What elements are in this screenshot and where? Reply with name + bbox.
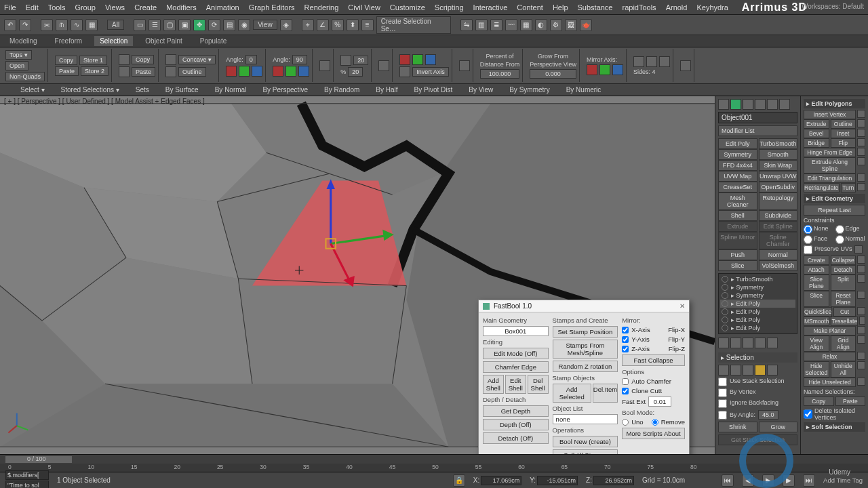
settings-icon[interactable]	[857, 336, 865, 344]
named-set-icon[interactable]: ≡	[361, 19, 374, 31]
tab-object-paint[interactable]: Object Paint	[140, 36, 187, 46]
delete-iso-check[interactable]	[804, 407, 812, 421]
select-name-icon[interactable]: ☰	[149, 19, 161, 31]
open-button[interactable]: Open	[5, 61, 28, 70]
tab-populate[interactable]: Populate	[195, 36, 232, 46]
menu-item[interactable]: Group	[75, 3, 96, 12]
visibility-icon[interactable]	[722, 325, 728, 331]
menu-item[interactable]: Arnold	[666, 3, 688, 12]
mirror-x-icon[interactable]	[587, 64, 597, 75]
by-pivot-dist-label[interactable]: By Pivot Dist	[414, 86, 453, 94]
relax-button[interactable]: Relax	[804, 352, 856, 361]
uno-radio[interactable]	[622, 419, 629, 426]
view-align-button[interactable]: View Align	[804, 336, 829, 352]
chamfer-edge-button[interactable]: Chamfer Edge	[483, 361, 549, 373]
settings-icon[interactable]	[857, 307, 865, 315]
named-selection-dropdown[interactable]: Create Selection Se…	[376, 16, 451, 34]
rotate-icon[interactable]: ⟳	[208, 19, 220, 31]
insert-vertex-button[interactable]: Insert Vertex	[804, 110, 856, 119]
settings-icon[interactable]	[857, 265, 865, 273]
visibility-icon[interactable]	[722, 284, 728, 291]
random-z-button[interactable]: Random Z rotation	[553, 361, 618, 372]
soft-selection-rollout[interactable]: ▸ Soft Selection	[804, 422, 865, 432]
layers-icon[interactable]: ≣	[490, 19, 502, 31]
bridge-button[interactable]: Bridge	[804, 138, 829, 148]
shrink-button[interactable]: Shrink	[718, 422, 757, 432]
sym-mid-icon[interactable]	[646, 56, 657, 67]
render-setup-icon[interactable]: ⚙	[550, 19, 562, 31]
visibility-icon[interactable]	[722, 292, 728, 299]
motion-tab-icon[interactable]	[755, 99, 766, 110]
preserve-settings-icon[interactable]	[854, 245, 863, 253]
flipx-label[interactable]: Flip-X	[668, 326, 685, 333]
tab-modeling[interactable]: Modeling	[4, 36, 43, 46]
visibility-icon[interactable]	[722, 300, 728, 307]
select-region-icon[interactable]: ▢	[163, 19, 176, 31]
settings-icon[interactable]	[857, 148, 865, 156]
modifier-creaseset-button[interactable]: CreaseSet	[718, 182, 757, 192]
use-stack-check[interactable]	[718, 378, 727, 386]
add-time-tag-button[interactable]: Add Time Tag	[823, 476, 863, 484]
angle-snap-icon[interactable]: ∠	[317, 19, 329, 31]
create-tab-icon[interactable]	[718, 99, 729, 110]
add-shell-button[interactable]: Add Shell	[483, 375, 504, 394]
modifier-edit-spline-button[interactable]: Edit Spline	[759, 221, 798, 232]
sides-label[interactable]: Sides: 4	[633, 68, 670, 75]
nonquads-button[interactable]: Non-Quads	[5, 72, 45, 81]
settings-icon[interactable]	[857, 326, 865, 334]
coord-z[interactable]: 26.952cm	[593, 476, 634, 485]
angle2-value[interactable]: 90	[292, 55, 307, 64]
make-planar-button[interactable]: Make Planar	[804, 326, 856, 336]
axis-y2-icon[interactable]	[285, 66, 296, 77]
menu-item[interactable]: Tools	[48, 3, 66, 12]
by-symmetry-label[interactable]: By Symmetry	[509, 86, 549, 94]
constraint-face-radio[interactable]	[804, 235, 812, 244]
edit-geometry-rollout[interactable]: ▸ Edit Geometry	[804, 194, 865, 203]
modifier-normal-button[interactable]: Normal	[759, 249, 798, 260]
settings-icon[interactable]	[857, 256, 865, 264]
modifier-uvw-map-button[interactable]: UVW Map	[718, 171, 757, 182]
remove-mod-icon[interactable]	[755, 338, 766, 348]
half-x-icon[interactable]	[399, 54, 410, 65]
utilities-tab-icon[interactable]	[779, 99, 790, 110]
xaxis-check[interactable]	[622, 327, 629, 333]
help-icon[interactable]	[680, 60, 691, 71]
depth-off-button[interactable]: Depth (Off)	[483, 419, 549, 430]
edit-mode-button[interactable]: Edit Mode (Off)	[483, 348, 549, 359]
element-subobj-icon[interactable]	[767, 365, 778, 375]
goto-start-icon[interactable]: ⏮	[722, 474, 734, 487]
tops-button[interactable]: Tops ▾	[5, 50, 32, 60]
visibility-icon[interactable]	[722, 308, 728, 315]
polygon-subobj-icon[interactable]	[755, 365, 766, 375]
menu-item[interactable]: Graph Editors	[249, 3, 295, 12]
sym-next-icon[interactable]	[659, 56, 670, 67]
menu-item[interactable]: Views	[105, 3, 125, 12]
edit-triangulation-button[interactable]: Edit Triangulation	[804, 174, 856, 183]
create-button[interactable]: Create	[804, 256, 829, 265]
sym-prev-icon[interactable]	[633, 56, 644, 67]
del-item-button[interactable]: Del.Item	[593, 384, 618, 403]
maxscript-line1[interactable]: $.modifiers[	[5, 470, 49, 480]
scale-icon[interactable]: ▤	[223, 19, 235, 31]
perspective-value[interactable]: 0.000	[530, 69, 576, 79]
menu-item[interactable]: File	[4, 3, 16, 12]
set-stamp-button[interactable]: Set Stamp Position	[553, 326, 618, 338]
window-crossing-icon[interactable]: ▣	[178, 19, 191, 31]
menu-item[interactable]: rapidTools	[622, 3, 656, 12]
modifier-opensubdiv-button[interactable]: OpenSubdiv	[759, 182, 798, 192]
stack-item[interactable]: ▸ Edit Poly	[720, 324, 795, 332]
axis-x2-icon[interactable]	[273, 66, 283, 77]
menu-item[interactable]: Edit	[26, 3, 39, 12]
clone-cutt-check[interactable]	[622, 388, 629, 394]
menu-item[interactable]: Interactive	[473, 3, 508, 12]
align-icon[interactable]: ▥	[475, 19, 488, 31]
extrude-along-spline-button[interactable]: Extrude Along Spline	[804, 157, 856, 174]
paste2-button[interactable]: Paste	[132, 67, 155, 77]
flip-button[interactable]: Flip	[831, 138, 856, 148]
modifier-subdivide-button[interactable]: Subdivide	[759, 210, 798, 221]
by-normal-label[interactable]: By Normal	[215, 86, 247, 94]
viewport[interactable]: [ + ] [ Perspective ] [ User Defined ] […	[0, 96, 715, 454]
slice-button[interactable]: Slice	[804, 291, 829, 307]
tab-selection[interactable]: Selection	[94, 36, 133, 46]
invert-axis-button[interactable]: Invert Axis	[412, 67, 449, 77]
